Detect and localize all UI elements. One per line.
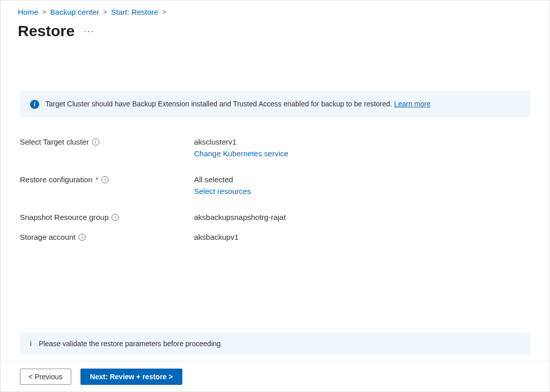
- info-banner-validate: i Please validate the restore parameters…: [20, 332, 530, 355]
- breadcrumb-backup-center[interactable]: Backup center: [50, 8, 99, 16]
- target-cluster-label: Select Target cluster: [20, 137, 89, 146]
- info-banner-target-cluster: i Target Cluster should have Backup Exte…: [20, 91, 530, 117]
- snapshot-resource-group-label: Snapshot Resource group: [20, 213, 108, 221]
- breadcrumb: Home > Backup center > Start: Restore >: [1, 1, 549, 19]
- info-icon[interactable]: i: [112, 214, 119, 221]
- storage-account-label: Storage account: [20, 233, 75, 241]
- breadcrumb-start-restore[interactable]: Start: Restore: [111, 8, 158, 16]
- info-banner-text: Target Cluster should have Backup Extens…: [45, 99, 430, 109]
- wizard-footer: < Previous Next: Review + restore >: [1, 361, 549, 391]
- info-icon[interactable]: i: [78, 234, 86, 241]
- snapshot-resource-group-value: aksbackupsnapshotrg-rajat: [194, 213, 286, 221]
- page-title: Restore: [18, 22, 75, 40]
- next-review-restore-button[interactable]: Next: Review + restore >: [80, 369, 183, 385]
- validate-banner-text: Please validate the restore parameters b…: [39, 340, 221, 348]
- select-resources-link[interactable]: Select resources: [194, 187, 251, 195]
- storage-account-value: aksbackupv1: [194, 233, 239, 241]
- restore-configuration-label: Restore configuration: [20, 175, 93, 184]
- learn-more-link[interactable]: Learn more: [394, 100, 431, 108]
- chevron-right-icon: >: [42, 8, 46, 16]
- page-title-row: Restore ···: [1, 19, 549, 45]
- change-kubernetes-service-link[interactable]: Change Kubernetes service: [194, 149, 288, 158]
- required-indicator: *: [96, 175, 99, 184]
- previous-button[interactable]: < Previous: [20, 369, 71, 385]
- info-icon[interactable]: i: [101, 176, 108, 183]
- field-storage-account: Storage account i aksbackupv1: [20, 233, 530, 241]
- info-icon: i: [30, 340, 32, 348]
- breadcrumb-home[interactable]: Home: [18, 8, 38, 16]
- more-actions-button[interactable]: ···: [84, 26, 95, 37]
- target-cluster-value: aksclusterv1: [194, 137, 236, 146]
- chevron-right-icon: >: [103, 8, 107, 16]
- field-restore-configuration: Restore configuration * i All selected S…: [20, 175, 530, 195]
- info-icon[interactable]: i: [92, 138, 99, 146]
- field-snapshot-resource-group: Snapshot Resource group i aksbackupsnaps…: [20, 213, 530, 221]
- restore-configuration-value: All selected: [194, 175, 233, 184]
- chevron-right-icon: >: [162, 8, 167, 16]
- field-target-cluster: Select Target cluster i aksclusterv1 Cha…: [20, 137, 530, 158]
- info-icon: i: [30, 100, 39, 109]
